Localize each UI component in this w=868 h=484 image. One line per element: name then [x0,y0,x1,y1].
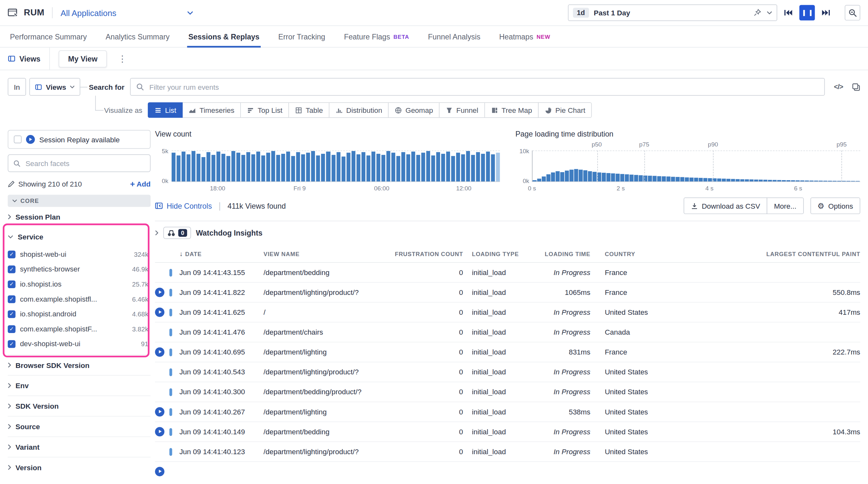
top-list-icon [247,106,254,114]
nav-tab[interactable]: Analytics Summary [105,26,169,47]
pause-button[interactable] [799,5,815,21]
column-header-lcp[interactable]: LARGEST CONTENTFUL PAINT [688,251,860,257]
facet-checkbox[interactable] [8,250,16,258]
table-row[interactable]: Jun 09 14:41:40.300 /department/bedding/… [155,382,860,402]
facet-value-row[interactable]: shopist-web-ui 324k [8,247,150,262]
table-row[interactable]: Jun 09 14:41:40.149 /department/bedding … [155,422,860,442]
visualize-option[interactable]: Timeseries [182,102,241,118]
cell-date: Jun 09 14:41:40.123 [179,448,264,456]
time-range-picker[interactable]: 1d Past 1 Day [568,4,777,21]
facet-toggle[interactable]: Browser SDK Version [8,355,150,375]
facet-checkbox[interactable] [8,280,16,288]
visualize-option[interactable]: Funnel [439,102,485,118]
table-row[interactable]: Jun 09 14:41:41.625 / 0 initial_load In … [155,302,860,322]
more-button[interactable]: More... [767,197,804,214]
replay-play-button[interactable] [155,427,164,436]
facet-search-input[interactable] [24,158,145,168]
facet-toggle[interactable]: Source [8,416,150,437]
facet-value-row[interactable]: synthetics-browser 46.9k [8,262,150,277]
nav-tab[interactable]: Sessions & Replays [188,26,259,47]
skip-back-button[interactable] [780,5,796,21]
replay-play-button[interactable] [155,308,164,317]
replay-play-button[interactable] [155,467,164,476]
nav-tab[interactable]: Feature Flags BETA [344,26,409,47]
visualize-options: List Timeseries Top List Table Distribut… [148,102,592,118]
facet-value-row[interactable]: io.shopist.android 4.68k [8,306,150,322]
column-header-loading-type[interactable]: LOADING TYPE [472,251,539,257]
skip-forward-button[interactable] [818,5,834,21]
session-replay-filter[interactable]: Session Replay available [8,130,150,149]
facet-toggle[interactable]: SDK Version [8,395,150,416]
core-section-toggle[interactable]: CORE [8,195,150,207]
table-row[interactable]: Jun 09 14:41:40.543 /department/lighting… [155,362,860,382]
replay-play-button[interactable] [155,407,164,416]
time-range-chip[interactable]: 1d [573,8,589,18]
download-csv-button[interactable]: Download as CSV [684,197,767,214]
column-header-loading-time[interactable]: LOADING TIME [539,251,591,257]
facet-checkbox[interactable] [8,265,16,273]
view-count-bar [316,156,320,182]
facet-value-row[interactable]: com.example.shopistF... 3.82k [8,322,150,336]
table-row[interactable] [155,462,860,481]
nav-tab[interactable]: Error Tracking [278,26,325,47]
code-view-icon[interactable]: </> [834,83,843,91]
facet-toggle-service[interactable]: Service [8,227,150,247]
table-row[interactable]: Jun 09 14:41:40.123 /department/lighting… [155,442,860,462]
table-row[interactable]: Jun 09 14:41:40.267 /department/lighting… [155,402,860,422]
facet-value-row[interactable]: io.shopist.ios 25.7k [8,277,150,292]
table-row[interactable]: Jun 09 14:41:41.476 /department/chairs 0… [155,322,860,342]
replay-play-button[interactable] [155,348,164,357]
rum-search-input[interactable] [148,82,819,91]
facet-checkbox[interactable] [8,325,16,333]
watchdog-insights-toggle[interactable]: 0 Watchdog Insights [155,221,860,245]
facet-checkbox[interactable] [8,340,16,348]
session-replay-checkbox[interactable] [14,136,22,143]
column-header-country[interactable]: COUNTRY [604,251,688,257]
facet-value-row[interactable]: dev-shopist-web-ui 91 [8,336,150,351]
chevron-down-icon[interactable] [767,11,772,14]
replay-play-button[interactable] [155,288,164,297]
facet-checkbox[interactable] [8,295,16,303]
views-button[interactable]: Views [8,55,49,63]
visualize-option[interactable]: List [148,102,183,118]
visualize-option[interactable]: Table [289,102,330,118]
chevron-right-icon [8,362,11,368]
table-row[interactable]: Jun 09 14:41:41.822 /department/lighting… [155,283,860,302]
visualize-option[interactable]: Top List [241,102,289,118]
options-button[interactable]: ⚙ Options [810,197,860,214]
cell-loading-type: initial_load [472,448,539,456]
search-in-label[interactable]: In [8,78,26,96]
pencil-icon[interactable] [8,180,15,187]
view-count-bar [326,152,330,182]
copy-icon[interactable] [852,83,860,91]
nav-tab[interactable]: Performance Summary [10,26,87,47]
facet-toggle[interactable]: Variant [8,437,150,457]
visualize-option[interactable]: Geomap [388,102,439,118]
table-actions: Download as CSV More... ⚙ Options [684,197,860,214]
column-header-date[interactable]: ↓DATE [179,250,264,258]
zoom-out-button[interactable] [845,5,860,21]
table-row[interactable]: Jun 09 14:41:43.155 /department/bedding … [155,263,860,283]
my-view-tab[interactable]: My View [59,50,107,67]
search-scope-selector[interactable]: Views [29,78,81,96]
visualize-option[interactable]: Tree Map [484,102,538,118]
facet-checkbox[interactable] [8,310,16,318]
visualize-option[interactable]: Pie Chart [538,102,592,118]
table-row[interactable]: Jun 09 14:41:40.695 /department/lighting… [155,342,860,362]
view-count-bars [172,150,500,182]
pin-icon[interactable] [753,9,761,17]
column-header-view-name[interactable]: VIEW NAME [264,251,391,257]
visualize-option[interactable]: Distribution [329,102,389,118]
column-header-frustration-count[interactable]: FRUSTRATION COUNT [391,251,463,257]
cell-loading-type: initial_load [472,388,539,396]
facet-toggle[interactable]: Version [8,457,150,477]
facet-value-row[interactable]: com.example.shopistfl... 6.46k [8,291,150,306]
more-options-icon[interactable]: ⋮ [115,54,130,64]
nav-tab[interactable]: Funnel Analysis [428,26,480,47]
application-selector[interactable]: All Applications [61,8,193,17]
hide-controls-button[interactable]: Hide Controls [155,202,212,210]
facet-toggle[interactable]: Env [8,375,150,395]
add-facet-button[interactable]: +Add [130,180,150,188]
nav-tab[interactable]: Heatmaps NEW [499,26,550,47]
facet-toggle[interactable]: Session Plan [8,207,150,227]
